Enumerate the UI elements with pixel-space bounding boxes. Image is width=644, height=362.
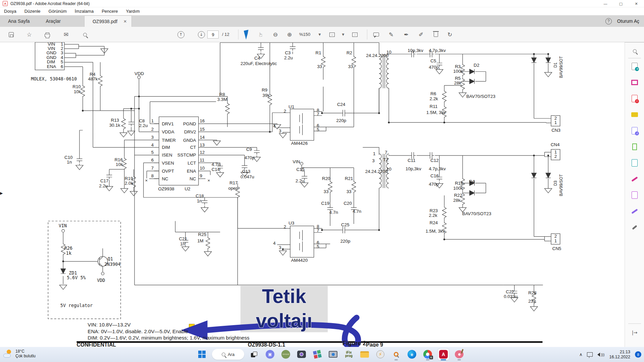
tab-home[interactable]: Ana Sayfa: [0, 15, 38, 27]
find-button[interactable]: [80, 30, 90, 39]
schematic-label: OZ9938: [158, 186, 174, 191]
schematic-label: 6: [151, 158, 154, 163]
start-button[interactable]: [196, 349, 208, 360]
acrobat-reader-button[interactable]: A: [438, 349, 449, 360]
rotate-tool-button[interactable]: ↻: [445, 30, 455, 39]
tab-tools[interactable]: Araçlar: [38, 15, 69, 27]
close-button[interactable]: ✕: [629, 0, 644, 7]
app-grid-button[interactable]: [312, 349, 323, 360]
edit-pdf-button[interactable]: [630, 78, 639, 87]
menu-duzenle[interactable]: Düzenle: [20, 9, 45, 14]
schematic-label: 220p: [340, 239, 351, 244]
schematic-label: ×: [145, 178, 148, 183]
taskbar-search[interactable]: Ara: [212, 349, 244, 360]
scrolling-mode-button[interactable]: ↓: [350, 30, 360, 39]
schematic-label: 9: [200, 173, 202, 178]
hayear-app-button[interactable]: HAYEAR: [280, 349, 291, 360]
export-pdf-button[interactable]: ➜: [630, 62, 639, 71]
pink-pen-icon: [631, 176, 638, 182]
fit-width-button[interactable]: ↔: [327, 30, 337, 39]
magnifier-app-button[interactable]: [390, 349, 402, 360]
schematic-label: 12: [200, 150, 205, 155]
panel-toggle-arrow[interactable]: ▶: [0, 191, 3, 195]
schematic-label: 4.7n: [353, 209, 361, 214]
snip-app-button[interactable]: [327, 349, 339, 360]
schematic-label: R2: [346, 50, 352, 55]
expand-panel-button[interactable]: |→: [630, 328, 639, 337]
task-view-button[interactable]: [249, 349, 260, 360]
select-tool-button[interactable]: [242, 30, 252, 39]
pdf-page[interactable]: VINVINGNDGNDDIMENA123456MOLEX, 53048-061…: [0, 42, 625, 347]
menu-yardim[interactable]: Yardım: [122, 9, 144, 14]
camera-app-button[interactable]: [296, 349, 307, 360]
previous-page-button[interactable]: ↑: [176, 30, 186, 39]
organize-pages-button[interactable]: [630, 142, 639, 151]
print-button[interactable]: [42, 30, 52, 39]
zoom-out-button[interactable]: ⊖: [270, 30, 280, 39]
paint-app-button[interactable]: [453, 349, 465, 360]
teams-app-button[interactable]: ▣: [264, 349, 276, 360]
more-tools-button[interactable]: [630, 223, 639, 232]
schematic-label: R16: [114, 157, 123, 162]
fill-sign-panel-button[interactable]: [630, 175, 639, 183]
comment-tool-button[interactable]: [371, 30, 381, 39]
schematic-label: 220p: [336, 118, 346, 123]
clock-widget[interactable]: 21:13 16.12.2022: [609, 350, 630, 360]
menu-gorunum[interactable]: Görünüm: [45, 9, 71, 14]
save-button[interactable]: [6, 30, 16, 39]
notification-badge[interactable]: 8: [635, 351, 641, 358]
edge-browser-button[interactable]: e: [406, 349, 418, 360]
create-pdf-button[interactable]: +: [630, 94, 639, 103]
favorite-button[interactable]: ☆: [24, 30, 34, 39]
create-pdf-icon: +: [632, 95, 638, 102]
prepare-form-button[interactable]: [630, 191, 639, 199]
delete-tool-button[interactable]: [431, 30, 441, 39]
zoom-in-button[interactable]: ⊕: [284, 30, 294, 39]
weather-widget[interactable]: 18°C Çok bulutlu: [3, 349, 36, 358]
chrome-browser-button[interactable]: B: [422, 349, 433, 360]
volume-icon[interactable]: ))): [597, 353, 604, 357]
tab-document[interactable]: OZ9938.pdf ✕: [84, 15, 132, 27]
network-icon[interactable]: [587, 352, 593, 357]
toolbar-divider: [367, 29, 367, 40]
tab-close-icon[interactable]: ✕: [123, 19, 127, 24]
schematic-label: DIM: [162, 145, 170, 150]
page-number-input[interactable]: 9: [207, 31, 219, 39]
spec-line: VIN: 10.8V—13.2V: [88, 322, 131, 327]
sign-tool-button[interactable]: ✒: [401, 30, 411, 39]
schematic-label: ×: [208, 178, 210, 183]
fill-sign-button[interactable]: ✐: [416, 30, 426, 39]
search-tools-button[interactable]: [630, 47, 639, 55]
menu-dosya[interactable]: Dosya: [0, 9, 20, 14]
menu-imzalama[interactable]: İmzalama: [71, 9, 98, 14]
hand-tool-button[interactable]: ☞: [256, 30, 266, 39]
annotation-note-text: Tetik: [262, 285, 306, 307]
help-icon[interactable]: ?: [605, 18, 612, 24]
maximize-button[interactable]: ▢: [613, 0, 629, 7]
comment-panel-button[interactable]: [630, 110, 639, 119]
schematic-label: R11: [430, 104, 438, 109]
email-button[interactable]: ✉: [61, 30, 71, 39]
schematic-label: VDD: [97, 278, 105, 283]
file-explorer-button[interactable]: [359, 349, 370, 360]
schematic-label: MOLEX, 53048-0610: [31, 76, 77, 81]
minimize-button[interactable]: —: [598, 0, 613, 7]
combine-files-button[interactable]: ↓: [630, 126, 639, 135]
zoom-level-value[interactable]: %150: [299, 31, 310, 39]
schematic-label: 100k: [453, 69, 463, 74]
adobe-sign-button[interactable]: [630, 207, 639, 216]
zoom-dropdown-caret[interactable]: ▼: [315, 30, 325, 39]
highlight-tool-button[interactable]: ✎: [386, 30, 396, 39]
fit-width-icon: ↔: [329, 33, 335, 37]
sign-in-button[interactable]: Oturum Aç: [617, 18, 639, 24]
next-page-button[interactable]: ↓: [196, 30, 206, 39]
fountain-pen-icon: ✒: [404, 31, 409, 38]
menu-pencere[interactable]: Pencere: [98, 9, 122, 14]
ifix-prog-app-button[interactable]: iFix prog: [343, 349, 355, 360]
compress-pdf-button[interactable]: [630, 159, 639, 167]
weather-condition: Çok bulutlu: [15, 354, 36, 358]
winamp-app-button[interactable]: ⚡: [375, 349, 386, 360]
fit-dropdown-caret[interactable]: ▼: [338, 30, 348, 39]
combine-files-icon: ↓: [632, 127, 638, 134]
tray-chevron-icon[interactable]: ∧: [579, 352, 583, 357]
